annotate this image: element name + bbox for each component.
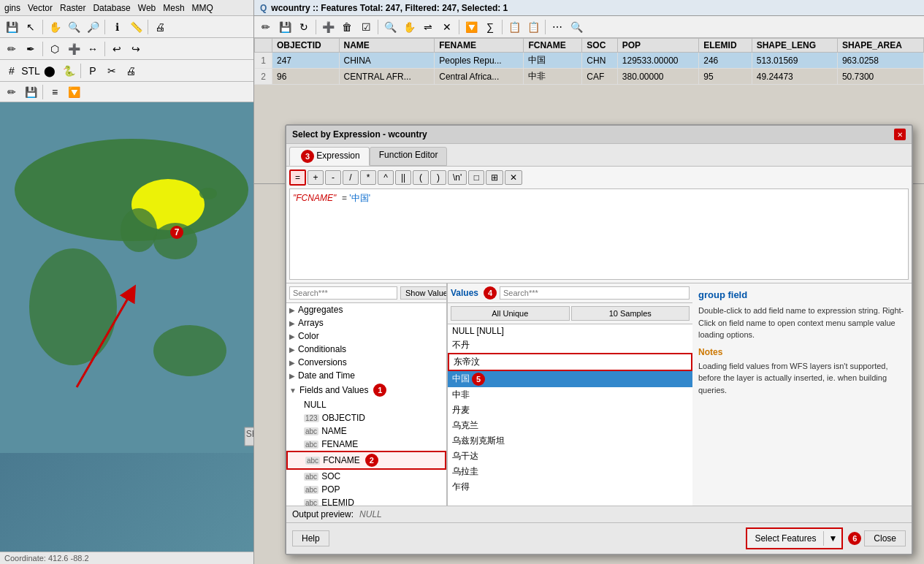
stl-btn[interactable]: # [3, 62, 20, 80]
func-group-conditionals[interactable]: ▶ Conditionals [286, 343, 446, 356]
func-item-NULL[interactable]: NULL [286, 398, 446, 411]
op-concat[interactable]: || [395, 170, 411, 185]
menu-mmq[interactable]: MMQ [192, 3, 213, 13]
func-item-OBJECTID[interactable]: 123 OBJECTID [286, 411, 446, 424]
func-group-row[interactable]: ▼ Fields and Values 1 [286, 382, 446, 398]
tab-function-editor[interactable]: Function Editor [370, 147, 448, 166]
menu-vector[interactable]: Vector [28, 3, 53, 13]
identify-btn[interactable]: ℹ [108, 18, 126, 36]
measure-btn[interactable]: 📏 [127, 18, 145, 36]
all-unique-button[interactable]: All Unique [451, 306, 570, 321]
menu-mesh[interactable]: Mesh [163, 3, 184, 13]
table-row[interactable]: 1247CHINAPeoples Repu...中国CHN129533.0000… [255, 53, 924, 69]
col-objectid[interactable]: OBJECTID [272, 39, 340, 53]
col-shapeleng[interactable]: SHAPE_LENG [752, 39, 837, 53]
menu-gins[interactable]: gins [4, 3, 20, 13]
func-item-SOC[interactable]: abc SOC [286, 470, 446, 483]
edit-table-btn[interactable]: ✏ [257, 18, 275, 36]
select-all-btn[interactable]: ☑ [357, 18, 375, 36]
func-group-conversions[interactable]: ▶ Conversions [286, 356, 446, 369]
add-row-btn[interactable]: ➕ [319, 18, 337, 36]
func-group-row[interactable]: ▶ Aggregates [286, 303, 446, 316]
add-feature-btn[interactable]: ➕ [65, 40, 83, 58]
values-list-item[interactable]: 丹麦 [448, 403, 692, 418]
func-group-aggregates[interactable]: ▶ Aggregates [286, 303, 446, 316]
select-features-button[interactable]: Select Features ▼ [746, 527, 843, 549]
op-clear[interactable]: □ [468, 170, 484, 185]
col-soc[interactable]: SOC [582, 39, 617, 53]
function-search-input[interactable] [289, 286, 397, 300]
menu-raster[interactable]: Raster [60, 3, 85, 13]
circle-btn[interactable]: ⬤ [41, 62, 58, 80]
more-btn[interactable]: ⋯ [549, 18, 566, 36]
paste-btn[interactable]: 📋 [524, 18, 542, 36]
func-item-ELEMID[interactable]: abc ELEMID [286, 496, 446, 506]
clip-btn[interactable]: ✂ [103, 62, 121, 80]
col-name[interactable]: NAME [339, 39, 435, 53]
zoom-in-btn[interactable]: 🔍 [65, 18, 83, 36]
func-group-arrays[interactable]: ▶ Arrays [286, 316, 446, 329]
help-button[interactable]: Help [292, 530, 329, 546]
select-features-dropdown[interactable]: ▼ [823, 531, 841, 546]
func-group-color[interactable]: ▶ Color [286, 329, 446, 343]
new-layer-btn[interactable]: ✏ [3, 40, 20, 58]
save-table-btn[interactable]: 💾 [276, 18, 294, 36]
pencil-btn[interactable]: ✏ [3, 83, 20, 101]
ext-btn[interactable]: P [84, 62, 102, 80]
py-btn[interactable]: 🐍 [60, 62, 77, 80]
select-features-label[interactable]: Select Features [747, 531, 823, 546]
op-close-paren[interactable]: ) [430, 170, 446, 185]
values-list-item[interactable]: 乌干达 [448, 449, 692, 464]
edit-btn[interactable]: ✒ [22, 40, 39, 58]
close-button[interactable]: Close [864, 530, 906, 546]
zoom-select-btn[interactable]: 🔍 [381, 18, 399, 36]
col-elemid[interactable]: ELEMID [699, 39, 752, 53]
select-btn[interactable]: ↖ [22, 18, 39, 36]
op-open-paren[interactable]: ( [413, 170, 429, 185]
values-list-item[interactable]: 中非 [448, 387, 692, 403]
save-btn[interactable]: 💾 [3, 18, 20, 36]
op-newline[interactable]: \n' [448, 170, 467, 185]
func-item-FENAME[interactable]: abc FENAME [286, 438, 446, 451]
filter-records-btn[interactable]: 🔽 [462, 18, 480, 36]
col-fcname[interactable]: FCNAME [524, 39, 582, 53]
op-divide[interactable]: / [343, 170, 359, 185]
func-item-NAME[interactable]: abc NAME [286, 424, 446, 438]
field-calc-btn[interactable]: ∑ [481, 18, 499, 36]
delete-row-btn[interactable]: 🗑 [338, 18, 356, 36]
samples-button[interactable]: 10 Samples [571, 306, 690, 321]
values-list-item[interactable]: 中国5 [448, 371, 692, 387]
layer-btn[interactable]: ≡ [46, 83, 64, 101]
pan-select-btn[interactable]: ✋ [400, 18, 418, 36]
col-shapearea[interactable]: SHAPE_AREA [837, 39, 923, 53]
func-group-row[interactable]: ▶ Date and Time [286, 369, 446, 382]
close-dialog-button[interactable]: ✕ [894, 129, 906, 140]
col-pop[interactable]: POP [617, 39, 698, 53]
op-delete[interactable]: ✕ [505, 170, 522, 185]
op-minus[interactable]: - [325, 170, 341, 185]
op-equals[interactable]: = [289, 169, 306, 186]
refresh-btn[interactable]: ↻ [295, 18, 313, 36]
save2-btn[interactable]: 💾 [22, 83, 39, 101]
search-table-btn[interactable]: 🔍 [568, 18, 585, 36]
print2-btn[interactable]: 🖨 [122, 62, 140, 80]
values-list-item[interactable]: 东帝汶 [448, 353, 692, 371]
pan-btn[interactable]: ✋ [46, 18, 64, 36]
col-fename[interactable]: FENAME [435, 39, 524, 53]
tab-expression[interactable]: 3 Expression [289, 147, 370, 166]
values-list-item[interactable]: 乌拉圭 [448, 464, 692, 479]
func-item-POP[interactable]: abc POP [286, 483, 446, 496]
stl2-btn[interactable]: STL [22, 62, 39, 80]
menu-database[interactable]: Database [93, 3, 130, 13]
show-values-button[interactable]: Show Values [400, 286, 447, 300]
func-group-row[interactable]: ▶ Conditionals [286, 343, 446, 356]
undo-btn[interactable]: ↩ [108, 40, 126, 58]
zoom-out-btn[interactable]: 🔎 [84, 18, 102, 36]
func-group-fields-and-values[interactable]: ▼ Fields and Values 1 NULL123 OBJECTIDab… [286, 382, 446, 506]
func-group-row[interactable]: ▶ Color [286, 329, 446, 343]
op-power[interactable]: ^ [378, 170, 394, 185]
values-list-item[interactable]: 乌兹别克斯坦 [448, 433, 692, 449]
menu-web[interactable]: Web [138, 3, 156, 13]
copy-btn[interactable]: 📋 [505, 18, 523, 36]
op-multiply[interactable]: * [360, 170, 376, 185]
